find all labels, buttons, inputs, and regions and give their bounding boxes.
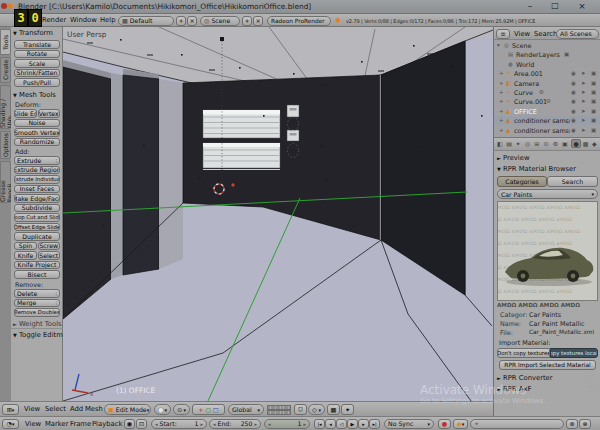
close-button[interactable]: × (572, 1, 592, 11)
stepper-right-icon[interactable]: ▸ (303, 421, 306, 427)
expander-icon[interactable]: + (499, 127, 504, 133)
render-opengl-anim-button[interactable]: ✦ (341, 404, 354, 415)
constraints-tab-icon[interactable]: ⊙ (544, 140, 549, 147)
expander-icon[interactable]: + (499, 70, 504, 76)
manipulator-translate-icon[interactable]: + (198, 406, 203, 413)
menu-select[interactable]: Select (45, 405, 66, 413)
outliner-row-curve[interactable]: + ∿ Curve ⚙ ◉ ➤ ▣ (494, 88, 600, 97)
remove-doubles-button[interactable]: Remove Doubles (14, 308, 60, 317)
menu-window[interactable]: Window (70, 16, 97, 24)
jump-to-end-button[interactable]: ▸| (369, 419, 380, 429)
eye-icon[interactable]: ◉ (571, 70, 576, 76)
knife-button[interactable]: Knife (14, 251, 37, 260)
randomize-button[interactable]: Randomize (14, 138, 60, 147)
select-toggle-icon[interactable]: ➤ (581, 98, 586, 104)
copy-textures-locally-button[interactable]: Copy textures locally (550, 348, 598, 358)
physics-tab-icon[interactable]: ◆ (592, 140, 597, 147)
outliner-row-conditioner-1[interactable]: + ▲ conditioner samsung t1_0 ◉ ➤ ▣ (494, 116, 600, 125)
stepper-left-icon[interactable]: ◂ (268, 421, 271, 427)
select-toggle-icon[interactable]: ➤ (581, 108, 586, 114)
renderability-icon[interactable]: ▣ (564, 51, 569, 57)
inset-faces-button[interactable]: Inset Faces (14, 185, 60, 194)
extrude-button[interactable]: Extrude ∶ (14, 156, 60, 165)
manipulator-rotate-icon[interactable]: ○ (205, 406, 210, 413)
orientation-select[interactable]: Global ▾ (228, 404, 264, 415)
panel-material-browser-header[interactable]: ▼ RPR Material Browser (497, 165, 576, 173)
panel-grip[interactable]: ··· (588, 383, 594, 390)
scene-tab-icon[interactable]: ✦ (516, 140, 521, 147)
translate-button[interactable]: Translate (14, 40, 60, 49)
screen-layout-select[interactable]: ▦ Default (118, 16, 174, 26)
eye-icon[interactable]: ◉ (571, 127, 576, 133)
tab-tools[interactable]: Tools (0, 29, 11, 55)
camera-toggle-icon[interactable]: ▣ (591, 70, 596, 76)
render-engine-select[interactable]: Radeon ProRender (267, 16, 331, 26)
outliner-scope-select[interactable]: All Scenes (556, 29, 599, 39)
make-edge-face-button[interactable]: Make Edge/Face (14, 194, 60, 203)
sync-mode-select[interactable]: No Sync ▾ (384, 419, 434, 429)
outliner-menu-view[interactable]: View (514, 30, 530, 38)
select-toggle-icon[interactable]: ➤ (581, 127, 586, 133)
material-preview-image[interactable]: AMDΩ AMDΩ AMDΩ AMDΩ AMDΩ AMDΩ AMDΩ AMDΩ … (497, 201, 598, 301)
outliner-menu-search[interactable]: Search (534, 30, 557, 38)
tab-options[interactable]: Options (0, 131, 11, 159)
expander-icon[interactable]: + (499, 89, 504, 95)
menu-view[interactable]: View (24, 405, 40, 413)
menu-help[interactable]: Help (100, 16, 116, 24)
select-toggle-icon[interactable]: ➤ (581, 80, 586, 86)
camera-toggle-icon[interactable]: ▣ (591, 89, 596, 95)
layers-widget-row2[interactable] (267, 410, 291, 415)
camera-toggle-icon[interactable]: ▣ (591, 98, 596, 104)
material-tab-icon[interactable]: ● (571, 139, 580, 148)
play-button[interactable]: ▶ (347, 419, 358, 429)
stepper-left-icon[interactable]: ◂ (213, 421, 216, 427)
outliner-row-renderlayers[interactable]: ▤ RenderLayers ▣ (494, 50, 600, 59)
screw-button[interactable]: Screw (38, 242, 61, 251)
layers-widget[interactable] (267, 405, 291, 410)
camera-toggle-icon[interactable]: ▣ (591, 127, 596, 133)
category-select[interactable]: Car Paints ▾ (497, 189, 598, 199)
scale-button[interactable]: Scale (14, 59, 60, 68)
outliner-item-label[interactable]: Camera (514, 80, 539, 88)
menu-render[interactable]: Render (42, 16, 66, 24)
shrink-fatten-button[interactable]: Shrink/Fatten (14, 69, 60, 78)
knife-project-button[interactable]: Knife Project (14, 261, 60, 270)
camera-toggle-icon[interactable]: ▣ (591, 108, 596, 114)
stepper-right-icon[interactable]: ▸ (254, 421, 257, 427)
play-reverse-button[interactable]: ◁ (336, 419, 347, 429)
outliner-row-area-lamp[interactable]: + ☀ Area.001 ◉ ➤ ▣ (494, 69, 600, 78)
eye-icon[interactable]: ◉ (571, 117, 576, 123)
menu-add[interactable]: Add (70, 405, 83, 413)
merge-button[interactable]: Merge ∶ (14, 299, 60, 308)
outliner-row-world[interactable]: ● World (494, 60, 600, 69)
pivot-select[interactable]: ⊙ ▾ (173, 404, 190, 415)
timeline-menu-playback[interactable]: Playback (92, 420, 122, 428)
eye-icon[interactable]: ◉ (571, 108, 576, 114)
maximize-button[interactable]: □ (545, 1, 565, 10)
outliner-item-label[interactable]: Curve (514, 89, 533, 97)
bisect-button[interactable]: Bisect (14, 270, 60, 279)
stepper-right-icon[interactable]: ▸ (200, 421, 203, 427)
layout-add-button[interactable]: + (176, 16, 186, 26)
eye-icon[interactable]: ◉ (571, 80, 576, 86)
record-button[interactable]: ● (438, 419, 451, 429)
outliner-item-label[interactable]: World (516, 61, 534, 69)
outliner-row-scene[interactable]: ▾ ◎ Scene (494, 41, 600, 50)
outliner-item-label[interactable]: conditioner samsung t1_0 (514, 117, 570, 125)
panel-rpr-converter-header[interactable]: ► RPR Converter (497, 374, 553, 382)
loop-cut-slide-button[interactable]: Loop Cut and Slide (14, 213, 60, 222)
timeline-menu-marker[interactable]: Marker (45, 420, 69, 428)
camera-toggle-icon[interactable]: ▣ (591, 80, 596, 86)
noise-button[interactable]: Noise (14, 119, 60, 128)
tab-categories[interactable]: Categories (497, 176, 547, 187)
keying-set-button[interactable]: ◆ ▾ (453, 419, 468, 429)
select-toggle-icon[interactable]: ➤ (581, 70, 586, 76)
expander-icon[interactable]: + (499, 98, 504, 104)
camera-toggle-icon[interactable]: ▣ (591, 117, 596, 123)
viewport-scene[interactable] (63, 27, 493, 401)
extrude-individual-button[interactable]: Extrude Individual (14, 175, 60, 184)
outliner-item-label[interactable]: conditioner samsung t1_0 (514, 127, 570, 135)
editor-type-button[interactable]: ◔ ▾ (2, 419, 19, 429)
outliner-item-label-active[interactable]: OFFICE (514, 108, 537, 116)
outliner-row-camera[interactable]: + ◧ Camera ◉ ➤ ▣ (494, 79, 600, 88)
